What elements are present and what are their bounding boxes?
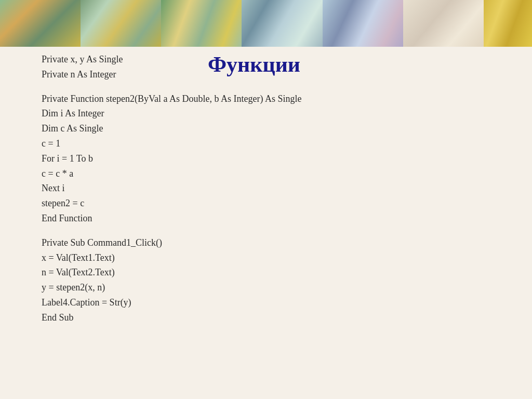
code-line-5: Dim c As Single: [42, 121, 301, 136]
code-line-13: x = Val(Text1.Text): [42, 250, 301, 265]
banner-segment-1: [0, 0, 81, 47]
banner-segment-2: [81, 0, 161, 47]
code-line-15: y = stepen2(x, n): [42, 280, 301, 295]
code-line-1: Private x, y As Single: [42, 52, 301, 67]
code-line-4: Dim i As Integer: [42, 106, 301, 121]
code-line-16: Label4.Caption = Str(y): [42, 295, 301, 310]
code-line-12: Private Sub Command1_Click(): [42, 235, 301, 250]
banner-segment-7: [484, 0, 532, 47]
code-line-10: stepen2 = c: [42, 196, 301, 211]
code-line-3: Private Function stepen2(ByVal a As Doub…: [42, 91, 301, 107]
banner-segment-3: [161, 0, 242, 47]
banner-segment-5: [323, 0, 403, 47]
code-line-2: Private n As Integer: [42, 67, 301, 82]
code-line-9: Next i: [42, 181, 301, 196]
banner-segment-6: [403, 0, 484, 47]
code-block: Private x, y As Single Private n As Inte…: [42, 52, 301, 325]
code-line-6: c = 1: [42, 136, 301, 151]
code-line-7: For i = 1 To b: [42, 151, 301, 166]
banner-segment-4: [242, 0, 322, 47]
code-line-end-sub: End Sub: [42, 310, 301, 325]
header-banner: [0, 0, 532, 47]
code-line-14: n = Val(Text2.Text): [42, 265, 301, 280]
code-spacer-1: [42, 82, 301, 91]
code-spacer-2: [42, 226, 301, 235]
code-line-end-function: End Function: [42, 211, 301, 226]
code-line-8: c = c * a: [42, 166, 301, 181]
